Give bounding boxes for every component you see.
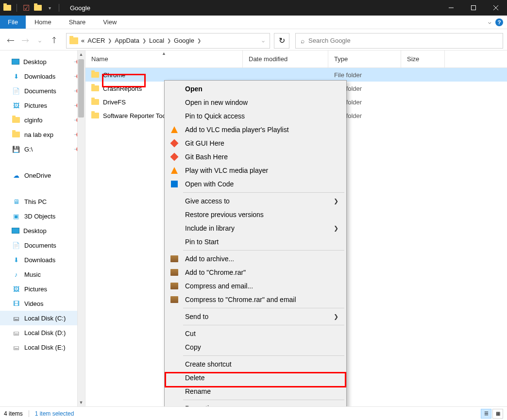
refresh-button[interactable]: ↻: [274, 33, 289, 49]
documents-icon: 📄: [12, 241, 20, 250]
forward-button[interactable]: 🡒: [18, 34, 32, 48]
quick-desktop[interactable]: Desktop📌: [0, 54, 85, 69]
breadcrumb[interactable]: Local: [149, 37, 164, 44]
ctx-pin-quick-access[interactable]: Pin to Quick access: [166, 109, 345, 123]
file-row-chrome[interactable]: Chrome File folder: [85, 68, 507, 82]
quick-drive[interactable]: 💾G:\📌: [0, 142, 85, 156]
ctx-rename[interactable]: Rename: [166, 385, 345, 398]
maximize-button[interactable]: [462, 0, 485, 16]
column-date[interactable]: Date modified: [243, 50, 328, 67]
breadcrumb[interactable]: ACER: [87, 37, 105, 44]
ctx-add-archive[interactable]: Add to archive...: [166, 252, 345, 266]
scrollbar[interactable]: ▲ ▼: [77, 50, 85, 406]
ctx-git-gui[interactable]: Git GUI Here: [166, 136, 345, 150]
desktop-icon: [12, 59, 19, 65]
window-controls: [440, 0, 507, 16]
nav-pc-desktop[interactable]: Desktop: [0, 223, 85, 238]
ctx-vlc-play[interactable]: Play with VLC media player: [166, 164, 345, 177]
ctx-compress-rar-email[interactable]: Compress to "Chrome.rar" and email: [166, 293, 345, 306]
quick-folder[interactable]: na lab exp📌: [0, 127, 85, 142]
column-size[interactable]: Size: [401, 50, 445, 67]
column-headers: ▲Name Date modified Type Size: [85, 50, 507, 68]
winrar-icon: [169, 281, 179, 291]
search-input[interactable]: [308, 37, 498, 44]
ctx-open[interactable]: Open: [166, 82, 345, 96]
context-menu: Open Open in new window Pin to Quick acc…: [164, 80, 347, 417]
icons-view-button[interactable]: ▦: [492, 409, 503, 419]
quick-downloads[interactable]: ⬇Downloads📌: [0, 69, 85, 84]
thispc-icon: 🖥: [12, 197, 20, 206]
3d-icon: ▣: [12, 212, 20, 220]
disk-icon: 🖴: [12, 328, 20, 337]
ctx-send-to[interactable]: Send to❯: [166, 310, 345, 323]
ribbon-collapse-icon[interactable]: ⌵: [488, 19, 491, 25]
breadcrumb-overflow[interactable]: «: [81, 37, 84, 44]
chevron-right-icon: ❯: [334, 225, 338, 232]
quick-documents[interactable]: 📄Documents📌: [0, 84, 85, 98]
ctx-git-bash[interactable]: Git Bash Here: [166, 150, 345, 164]
nav-pc-videos[interactable]: 🎞Videos: [0, 296, 85, 311]
address-dropdown-icon[interactable]: ⌵: [262, 38, 265, 43]
nav-pc-documents[interactable]: 📄Documents: [0, 238, 85, 252]
label: OneDrive: [24, 172, 51, 179]
vscode-icon: [169, 179, 179, 189]
nav-thispc[interactable]: 🖥This PC: [0, 194, 85, 209]
nav-pc-downloads[interactable]: ⬇Downloads: [0, 252, 85, 267]
vlc-icon: [169, 166, 179, 175]
ctx-give-access[interactable]: Give access to❯: [166, 194, 345, 208]
search-box[interactable]: ⌕: [295, 33, 503, 49]
label: Downloads: [24, 73, 55, 80]
share-tab[interactable]: Share: [60, 16, 95, 29]
properties-icon[interactable]: ☑: [22, 3, 31, 12]
nav-pc-diskc[interactable]: 🖴Local Disk (C:): [0, 311, 85, 325]
pictures-icon: 🖼: [12, 101, 20, 110]
minimize-button[interactable]: [440, 0, 462, 16]
quick-folder[interactable]: clginfo📌: [0, 113, 85, 127]
nav-pc-diskd[interactable]: 🖴Local Disk (D:): [0, 325, 85, 340]
nav-pc-music[interactable]: ♪Music: [0, 267, 85, 282]
column-name[interactable]: ▲Name: [85, 50, 243, 67]
ctx-create-shortcut[interactable]: Create shortcut: [166, 357, 345, 371]
ctx-copy[interactable]: Copy: [166, 340, 345, 354]
nav-pc-diske[interactable]: 🖴Local Disk (E:): [0, 340, 85, 354]
ctx-cut[interactable]: Cut: [166, 327, 345, 340]
status-item-count: 4 items: [4, 410, 23, 417]
ctx-open-code[interactable]: Open with Code: [166, 177, 345, 191]
recent-dropdown[interactable]: ⌵: [33, 34, 47, 48]
ctx-add-rar[interactable]: Add to "Chrome.rar": [166, 266, 345, 279]
nav-onedrive[interactable]: ☁OneDrive: [0, 168, 85, 183]
divider: [17, 4, 17, 12]
quick-pictures[interactable]: 🖼Pictures📌: [0, 98, 85, 113]
address-bar[interactable]: « ACER❯ AppData❯ Local❯ Google❯ ⌵: [66, 33, 270, 49]
chevron-right-icon: ❯: [334, 313, 338, 320]
nav-pc-pictures[interactable]: 🖼Pictures: [0, 282, 85, 296]
details-view-button[interactable]: ☰: [481, 409, 491, 419]
documents-icon: 📄: [12, 86, 20, 95]
file-name: CrashReports: [103, 85, 142, 92]
breadcrumb[interactable]: AppData: [115, 37, 139, 44]
help-icon[interactable]: ?: [495, 18, 503, 26]
scroll-up-icon[interactable]: ▲: [77, 50, 85, 58]
navigation-pane: Desktop📌 ⬇Downloads📌 📄Documents📌 🖼Pictur…: [0, 50, 85, 406]
nav-3dobjects[interactable]: ▣3D Objects: [0, 209, 85, 223]
scroll-down-icon[interactable]: ▼: [77, 399, 85, 406]
ctx-pin-start[interactable]: Pin to Start: [166, 235, 345, 249]
column-type[interactable]: Type: [328, 50, 401, 67]
close-button[interactable]: [485, 0, 507, 16]
ctx-compress-email[interactable]: Compress and email...: [166, 279, 345, 293]
scrollbar-thumb[interactable]: [78, 59, 84, 118]
file-name: Software Reporter Tool: [103, 112, 168, 119]
ctx-open-new-window[interactable]: Open in new window: [166, 96, 345, 109]
up-button[interactable]: 🡑: [48, 34, 61, 48]
breadcrumb[interactable]: Google: [174, 37, 194, 44]
ctx-delete[interactable]: Delete: [166, 371, 345, 385]
ctx-include-library[interactable]: Include in library❯: [166, 221, 345, 235]
ctx-vlc-playlist[interactable]: Add to VLC media player's Playlist: [166, 123, 345, 136]
ctx-restore-versions[interactable]: Restore previous versions: [166, 208, 345, 221]
home-tab[interactable]: Home: [26, 16, 60, 29]
qat-dropdown-icon[interactable]: ▾: [45, 3, 54, 12]
view-tab[interactable]: View: [94, 16, 125, 29]
separator: [183, 192, 344, 193]
file-tab[interactable]: File: [0, 16, 26, 29]
back-button[interactable]: 🡐: [4, 34, 17, 48]
